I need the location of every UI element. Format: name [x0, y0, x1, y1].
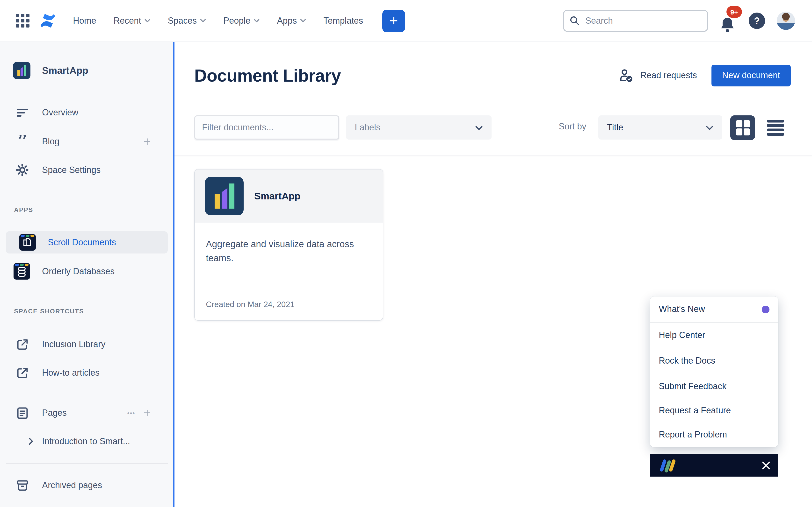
- chevron-down-icon: [145, 19, 150, 23]
- filter-documents-input[interactable]: [194, 115, 339, 139]
- archive-icon: [15, 479, 29, 492]
- space-sidebar: SmartApp Overview ” Blog +: [0, 42, 174, 507]
- document-created-date: Created on Mar 24, 2021: [206, 300, 295, 309]
- nav-item-recent[interactable]: Recent: [114, 16, 150, 26]
- sidebar-page-introduction[interactable]: Introduction to Smart...: [0, 429, 173, 453]
- document-card-header: SmartApp: [195, 169, 383, 223]
- document-title: SmartApp: [254, 190, 300, 202]
- external-link-icon: [15, 366, 29, 379]
- chevron-down-icon: [475, 122, 483, 132]
- new-document-button[interactable]: New document: [711, 65, 791, 87]
- library-toolbar: Labels Sort by Title: [174, 115, 812, 140]
- sidebar-item-scroll-documents[interactable]: Scroll Documents: [6, 231, 168, 253]
- menu-item-request-a-feature[interactable]: Request a Feature: [650, 398, 778, 422]
- overview-icon: [15, 106, 29, 119]
- new-indicator-dot: [762, 305, 769, 313]
- document-card-body: Aggregate and visualize data across team…: [195, 223, 383, 321]
- confluence-logo-icon[interactable]: [39, 12, 57, 30]
- sidebar-item-space-settings[interactable]: Space Settings: [0, 158, 173, 182]
- document-description: Aggregate and visualize data across team…: [206, 237, 365, 266]
- notifications-button[interactable]: 9+: [719, 6, 739, 36]
- grid-view-icon: [735, 120, 750, 136]
- sidebar-item-pages[interactable]: Pages ••• +: [0, 401, 173, 425]
- chevron-down-icon: [706, 122, 713, 132]
- close-icon: [762, 461, 770, 469]
- pages-icon: [15, 406, 29, 419]
- menu-item-report-a-problem[interactable]: Report a Problem: [650, 422, 778, 447]
- notification-badge: 9+: [726, 6, 742, 18]
- document-card[interactable]: SmartApp Aggregate and visualize data ac…: [194, 169, 383, 321]
- nav-item-spaces[interactable]: Spaces: [168, 16, 206, 26]
- toolbar-divider: [174, 155, 812, 156]
- plus-icon: +: [390, 13, 398, 28]
- nav-item-apps[interactable]: Apps: [277, 16, 306, 26]
- space-name: SmartApp: [42, 65, 88, 76]
- sidebar-item-blog[interactable]: ” Blog +: [0, 129, 173, 154]
- scroll-documents-icon: [19, 234, 36, 250]
- read-requests-link[interactable]: Read requests: [619, 68, 697, 82]
- apps-section-header: APPS: [14, 206, 33, 213]
- vendor-banner: [650, 454, 778, 476]
- external-link-icon: [15, 338, 29, 351]
- close-banner-button[interactable]: [762, 461, 770, 469]
- create-button[interactable]: +: [383, 9, 405, 32]
- list-view-button[interactable]: [767, 119, 784, 138]
- help-menu-popup: What's New Help Center Rock the Docs Sub…: [650, 296, 778, 447]
- chevron-down-icon: [300, 19, 306, 23]
- menu-item-help-center[interactable]: Help Center: [650, 323, 778, 348]
- add-page-icon[interactable]: +: [144, 406, 151, 419]
- help-button[interactable]: ?: [749, 12, 765, 29]
- main-content: Document Library Read requests Ne: [174, 42, 812, 507]
- shortcuts-section-header: SPACE SHORTCUTS: [14, 307, 84, 315]
- labels-filter-dropdown[interactable]: Labels: [346, 115, 492, 139]
- chevron-down-icon: [200, 19, 206, 23]
- k15t-logo-icon: [658, 458, 677, 472]
- sidebar-item-overview[interactable]: Overview: [0, 101, 173, 125]
- menu-item-submit-feedback[interactable]: Submit Feedback: [650, 374, 778, 398]
- gear-icon: [15, 164, 29, 176]
- menu-item-rock-the-docs[interactable]: Rock the Docs: [650, 348, 778, 374]
- pages-more-icon[interactable]: •••: [127, 409, 135, 416]
- read-requests-icon: [619, 68, 633, 82]
- sort-by-label: Sort by: [559, 122, 586, 132]
- grid-view-button[interactable]: [730, 115, 755, 140]
- sidebar-item-archived-pages[interactable]: Archived pages: [0, 473, 173, 497]
- search-box: [563, 10, 708, 32]
- search-icon: [569, 15, 580, 28]
- search-input[interactable]: [563, 10, 708, 32]
- sidebar-item-orderly-databases[interactable]: Orderly Databases: [0, 259, 173, 283]
- document-logo-icon: [205, 177, 244, 215]
- list-view-icon: [767, 119, 784, 136]
- bell-icon: [719, 17, 736, 34]
- nav-item-templates[interactable]: Templates: [323, 16, 363, 26]
- quote-icon: ”: [15, 135, 29, 148]
- chevron-right-icon[interactable]: [27, 438, 35, 445]
- confluence-app: Home Recent Spaces People Apps Templates…: [0, 0, 812, 507]
- orderly-databases-icon: [13, 263, 30, 280]
- primary-nav: Home Recent Spaces People Apps Templates: [73, 16, 363, 26]
- page-title: Document Library: [194, 66, 341, 86]
- question-icon: ?: [754, 15, 760, 26]
- sidebar-item-inclusion-library[interactable]: Inclusion Library: [0, 332, 173, 356]
- sidebar-item-how-to-articles[interactable]: How-to articles: [0, 361, 173, 385]
- add-blog-icon[interactable]: +: [144, 135, 151, 148]
- top-nav: Home Recent Spaces People Apps Templates…: [0, 0, 812, 42]
- user-avatar[interactable]: [777, 12, 795, 30]
- nav-item-home[interactable]: Home: [73, 16, 96, 26]
- chevron-down-icon: [254, 19, 260, 23]
- sort-dropdown[interactable]: Title: [598, 115, 722, 139]
- space-header[interactable]: SmartApp: [13, 62, 88, 79]
- nav-item-people[interactable]: People: [223, 16, 260, 26]
- space-logo-icon: [13, 62, 31, 79]
- menu-item-whats-new[interactable]: What's New: [650, 296, 778, 322]
- app-switcher-icon[interactable]: [14, 12, 32, 30]
- sidebar-divider: [6, 463, 168, 463]
